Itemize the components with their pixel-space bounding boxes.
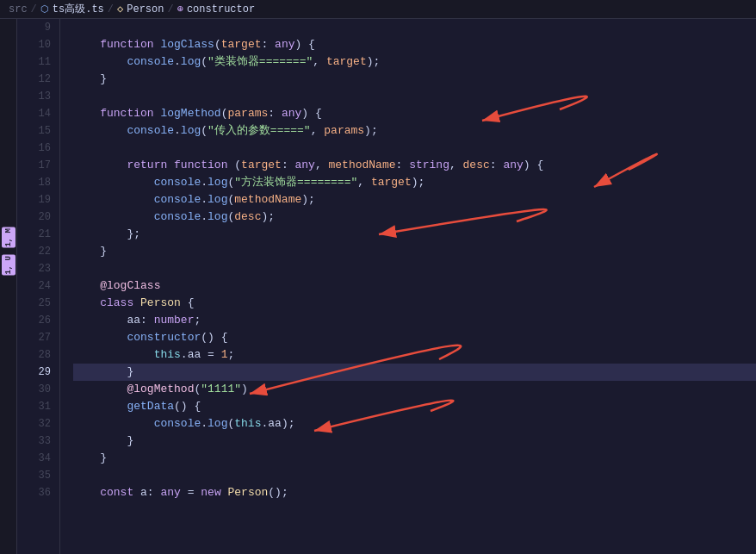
token: 1 bbox=[221, 346, 228, 364]
token: any bbox=[503, 157, 523, 174]
token: , bbox=[357, 174, 371, 191]
token bbox=[73, 209, 154, 226]
token bbox=[73, 381, 127, 398]
token: console bbox=[127, 53, 174, 71]
token bbox=[73, 105, 100, 122]
code-line: aa: number; bbox=[73, 312, 756, 329]
token: "类装饰器=======" bbox=[208, 53, 313, 71]
token: ; bbox=[227, 346, 234, 364]
token: log bbox=[181, 122, 201, 140]
token: , bbox=[449, 157, 463, 174]
token: any bbox=[295, 157, 315, 174]
token bbox=[73, 450, 100, 467]
badge-1u[interactable]: 1, U bbox=[2, 255, 15, 276]
code-line bbox=[73, 19, 756, 36]
token: ); bbox=[412, 174, 425, 191]
token: ); bbox=[261, 209, 275, 226]
token: log bbox=[208, 415, 227, 433]
token: . bbox=[181, 346, 188, 364]
token: "1111" bbox=[201, 381, 241, 398]
token: target bbox=[221, 36, 262, 53]
token: "传入的参数=====" bbox=[208, 122, 311, 140]
token: aa bbox=[268, 415, 282, 433]
line-number: 28 bbox=[26, 346, 51, 364]
token: () { bbox=[174, 398, 201, 415]
token: { bbox=[181, 295, 195, 312]
token bbox=[73, 277, 100, 295]
token: number bbox=[154, 312, 195, 329]
line-number: 21 bbox=[26, 226, 51, 243]
code-line: } bbox=[73, 71, 756, 88]
token bbox=[221, 484, 228, 501]
token: @logMethod bbox=[127, 381, 194, 398]
line-number: 33 bbox=[26, 433, 51, 450]
token: . bbox=[201, 191, 208, 209]
token: } bbox=[100, 243, 107, 260]
breadcrumb-class-icon: ◇ bbox=[117, 3, 123, 16]
token: ); bbox=[367, 53, 381, 71]
line-number: 19 bbox=[26, 191, 51, 209]
token: } bbox=[127, 433, 133, 450]
code-line: function logMethod(params: any) { bbox=[73, 105, 756, 122]
code-line bbox=[73, 88, 756, 105]
token: . bbox=[201, 209, 208, 226]
code-line: } bbox=[73, 433, 756, 450]
token bbox=[73, 398, 127, 415]
token: log bbox=[181, 53, 201, 71]
token: aa bbox=[127, 312, 140, 329]
token: "方法装饰器========" bbox=[234, 174, 357, 191]
code-content[interactable]: function logClass(target: any) { console… bbox=[60, 19, 756, 554]
token: . bbox=[201, 415, 208, 433]
token bbox=[73, 191, 154, 209]
token: params bbox=[227, 105, 268, 122]
token bbox=[154, 105, 161, 122]
token: desc bbox=[463, 157, 490, 174]
code-line: }; bbox=[73, 226, 756, 243]
token: console bbox=[154, 209, 201, 226]
line-number: 9 bbox=[26, 19, 51, 36]
token bbox=[73, 415, 154, 433]
code-line bbox=[73, 467, 756, 484]
token bbox=[167, 157, 174, 174]
token: Person bbox=[228, 484, 269, 501]
token: () { bbox=[201, 329, 227, 346]
token: ); bbox=[364, 122, 378, 140]
editor-container: src / ⬡ ts高级.ts / ◇ Person / ⊕ construct… bbox=[0, 0, 756, 554]
token: ( bbox=[194, 381, 201, 398]
token: methodName bbox=[329, 157, 396, 174]
token: console bbox=[154, 415, 201, 433]
breadcrumb-method: constructor bbox=[187, 3, 255, 16]
token: . bbox=[201, 174, 208, 191]
line-number: 20 bbox=[26, 209, 51, 226]
token bbox=[133, 295, 140, 312]
code-line: console.log("传入的参数=====", params); bbox=[73, 122, 756, 140]
code-line: function logClass(target: any) { bbox=[73, 36, 756, 53]
line-number: 12 bbox=[26, 71, 51, 88]
code-line: class Person { bbox=[73, 295, 756, 312]
badge-1m[interactable]: 1, M bbox=[2, 227, 15, 248]
token: ( bbox=[201, 122, 208, 140]
line-number: 15 bbox=[26, 122, 51, 140]
token: target bbox=[371, 174, 412, 191]
line-number: 31 bbox=[26, 398, 51, 415]
token: function bbox=[174, 157, 227, 174]
code-line: console.log("方法装饰器========", target); bbox=[73, 174, 756, 191]
token bbox=[73, 312, 127, 329]
breadcrumb-file-icon: ⬡ bbox=[40, 3, 49, 15]
line-number: 30 bbox=[26, 381, 51, 398]
token: Person bbox=[140, 295, 181, 312]
token bbox=[73, 364, 127, 381]
code-line: constructor() { bbox=[73, 329, 756, 346]
token: ); bbox=[301, 191, 315, 209]
token: class bbox=[100, 295, 133, 312]
token: ) { bbox=[295, 36, 315, 53]
token: return bbox=[127, 157, 167, 174]
breadcrumb-sep1: / bbox=[31, 3, 37, 16]
code-line: console.log(desc); bbox=[73, 209, 756, 226]
token bbox=[73, 433, 127, 450]
token bbox=[73, 53, 127, 71]
code-line bbox=[73, 260, 756, 277]
token: . bbox=[174, 122, 181, 140]
token: params bbox=[324, 122, 364, 140]
token: , bbox=[313, 53, 326, 71]
